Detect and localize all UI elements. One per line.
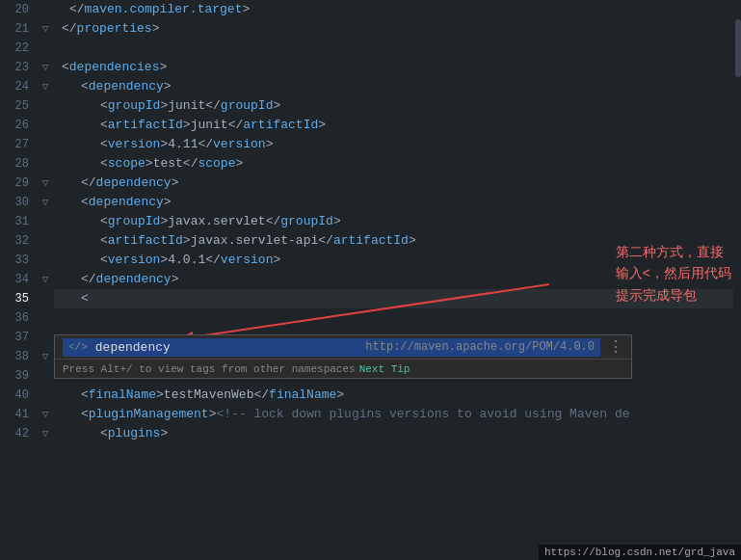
line-num-31: 31 (0, 212, 29, 231)
gutter-23[interactable]: ▽ (37, 58, 54, 77)
gutter-22 (37, 39, 54, 58)
code-line-40: <finalName>testMavenWeb</finalName> (54, 386, 741, 405)
line-num-41: 41 (0, 405, 29, 424)
code-area: </maven.compiler.target> </properties> <… (54, 0, 741, 560)
autocomplete-main: </> dependency http://maven.apache.org/P… (55, 335, 631, 359)
line-num-36: 36 (0, 308, 29, 328)
tag-icon: </> (68, 341, 88, 353)
code-line-28: <scope>test</scope> (54, 154, 741, 173)
autocomplete-item-label: dependency (95, 340, 171, 355)
line-num-27: 27 (0, 135, 29, 154)
line-num-40: 40 (0, 386, 29, 405)
gutter-37 (37, 328, 54, 347)
line-num-32: 32 (0, 231, 29, 251)
line-num-42: 42 (0, 424, 29, 443)
gutter-39 (37, 366, 54, 386)
gutter: ▽ ▽ ▽ ▽ ▽ ▽ ▽ ▽ ▽ (37, 0, 54, 560)
gutter-20 (37, 0, 54, 19)
line-num-30: 30 (0, 193, 29, 212)
gutter-31 (37, 212, 54, 231)
line-num-21: 21 (0, 19, 29, 39)
code-line-26: <artifactId>junit</artifactId> (54, 116, 741, 135)
code-line-35: < (54, 289, 741, 308)
line-num-23: 23 (0, 58, 29, 77)
line-num-28: 28 (0, 154, 29, 173)
gutter-24[interactable]: ▽ (37, 77, 54, 96)
gutter-42[interactable]: ▽ (37, 424, 54, 443)
autocomplete-more-button[interactable]: ⋮ (608, 337, 623, 357)
gutter-38[interactable]: ▽ (37, 347, 54, 366)
gutter-21[interactable]: ▽ (37, 19, 54, 39)
gutter-41[interactable]: ▽ (37, 405, 54, 424)
code-line-25: <groupId>junit</groupId> (54, 96, 741, 116)
gutter-30[interactable]: ▽ (37, 193, 54, 212)
line-num-38: 38 (0, 347, 29, 366)
line-num-29: 29 (0, 173, 29, 193)
gutter-25 (37, 96, 54, 116)
gutter-27 (37, 135, 54, 154)
line-num-35: 35 (0, 289, 29, 308)
code-line-33: <version>4.0.1</version> (54, 251, 741, 270)
gutter-32 (37, 231, 54, 251)
autocomplete-hint: Press Alt+/ to view tags from other name… (55, 359, 631, 378)
gutter-35 (37, 289, 54, 308)
code-line-32: <artifactId>javax.servlet-api</artifactI… (54, 231, 741, 251)
code-line-34: </dependency> (54, 270, 741, 289)
line-num-22: 22 (0, 39, 29, 58)
code-line-20: </maven.compiler.target> (54, 0, 741, 19)
line-num-25: 25 (0, 96, 29, 116)
gutter-26 (37, 116, 54, 135)
autocomplete-item-url: http://maven.apache.org/POM/4.0.0 (346, 340, 595, 354)
code-line-21: </properties> (54, 19, 741, 39)
code-line-23: <dependencies> (54, 58, 741, 77)
code-line-30: <dependency> (54, 193, 741, 212)
gutter-29[interactable]: ▽ (37, 173, 54, 193)
line-num-20: 20 (0, 0, 29, 19)
code-line-42: <plugins> (54, 424, 741, 443)
line-numbers: 20 21 22 23 24 25 26 27 28 29 30 31 32 3… (0, 0, 37, 560)
hint-text: Press Alt+/ to view tags from other name… (63, 363, 356, 375)
gutter-36 (37, 308, 54, 328)
scrollbar-thumb[interactable] (735, 19, 741, 77)
line-num-26: 26 (0, 116, 29, 135)
next-tip-button[interactable]: Next Tip (359, 363, 410, 375)
line-num-37: 37 (0, 328, 29, 347)
autocomplete-popup[interactable]: </> dependency http://maven.apache.org/P… (54, 334, 632, 379)
line-num-33: 33 (0, 251, 29, 270)
editor-container: 20 21 22 23 24 25 26 27 28 29 30 31 32 3… (0, 0, 741, 560)
gutter-40 (37, 386, 54, 405)
code-line-24: <dependency> (54, 77, 741, 96)
code-line-29: </dependency> (54, 173, 741, 193)
code-line-27: <version>4.11</version> (54, 135, 741, 154)
line-num-39: 39 (0, 366, 29, 386)
code-line-22 (54, 39, 741, 58)
line-num-24: 24 (0, 77, 29, 96)
autocomplete-selected-item[interactable]: </> dependency http://maven.apache.org/P… (63, 338, 600, 357)
gutter-34[interactable]: ▽ (37, 270, 54, 289)
code-line-36 (54, 308, 741, 328)
gutter-28 (37, 154, 54, 173)
gutter-33 (37, 251, 54, 270)
code-line-41: <pluginManagement><!-- lock down plugins… (54, 405, 741, 424)
scrollbar-right[interactable] (733, 0, 741, 560)
line-num-34: 34 (0, 270, 29, 289)
code-line-31: <groupId>javax.servlet</groupId> (54, 212, 741, 231)
